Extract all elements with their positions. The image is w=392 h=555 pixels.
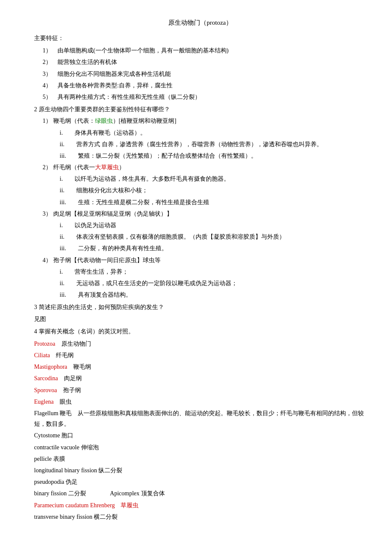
vocab-cytostome: Cytostome 胞口 [34,430,366,441]
main-features-label: 主要特征： [34,33,366,43]
vocab-paramecium: Paramecium caudatum Ehrenberg 草履虫 [34,500,366,511]
group1-item-ii: ii. 营养方式 自养，渗透营养（腐生性营养），吞噬营养（动物性营养），渗透和吞… [60,139,366,150]
group2-item-ii: ii. 细胞核分化出大核和小核； [60,185,366,196]
vocab-sarcodina: Sarcodina 肉足纲 [34,373,366,384]
group1-item-iii: iii. 繁殖：纵二分裂（无性繁殖）；配子结合或整体结合（有性繁殖）。 [60,150,366,161]
group4-item-iii: iii. 具有顶复合器结构。 [60,289,366,300]
feature-1: 1） 由单细胞构成(一个生物体即一个细胞，具有一般细胞的基本结构) [43,45,366,56]
group3-item-ii: ii. 体表没有坚韧表膜，仅有极薄的细胞质膜。（内质【凝胶质和溶胶质】与外质） [60,231,366,242]
q2-label: 2 原生动物四个重要类群的主要鉴别性特征有哪些？ [34,104,366,115]
group3-item-iii: iii. 二分裂，有的种类具有有性生殖。 [60,243,366,254]
group1-item-i: i. 身体具有鞭毛（运动器）。 [60,127,366,138]
feature-5: 5） 具有两种生殖方式：有性生殖和无性生殖（纵二分裂） [43,92,366,102]
vocab-flagellum: Flagellum 鞭毛 从一些原核细胞和真核细胞表面伸出的、能运动的突起。鞭毛… [34,408,366,429]
vocab-longitudinal-binary-fission: longitudinal binary fission 纵二分裂 [34,465,366,476]
group3-item-i: i. 以伪足为运动器 [60,220,366,231]
vocab-euglena: Euglena 眼虫 [34,396,366,407]
vocab-pseudopodia: pseudopodia 伪足 [34,477,366,487]
feature-4: 4） 具备生物各种营养类型:自养，异样，腐生性 [43,80,366,91]
vocab-pellicle: pellicle 表膜 [34,454,366,464]
vocab-transverse-binary-fission: transverse binary fission 横二分裂 [34,512,366,522]
vocab-protozoa: Protozoa 原生动物门 [34,338,366,349]
group2-item-i: i. 以纤毛为运动器，终生具有。大多数纤毛具有摄食的胞器。 [60,173,366,184]
group4-item-i: i. 营寄生生活，异养； [60,266,366,277]
title-text: 原生动物门（protoza） [168,19,232,26]
group1-header: 1） 鞭毛纲（代表：绿眼虫）[植鞭亚纲和动鞭亚纲] [43,116,366,126]
vocab-sporovoa: Sporovoa 孢子纲 [34,385,366,396]
feature-2: 2） 能营独立生活的有机体 [43,57,366,67]
vocab-binary-fission: binary fission 二分裂 Apicomplex 顶复合体 [34,488,366,499]
q3-answer: 见图 [34,314,366,324]
group3-header: 3） 肉足纲【根足亚纲和辐足亚纲（伪足轴状）】 [43,208,366,219]
vocab-mastigophora: Mastigophora 鞭毛纲 [34,361,366,372]
vocab-section: Protozoa 原生动物门 Ciliata 纤毛纲 Mastigophora … [34,338,366,522]
vocab-ciliata: Ciliata 纤毛纲 [34,350,366,361]
group2-item-iii: iii. 生殖：无性生殖是横二分裂，有性生殖是接合生殖 [60,197,366,208]
vocab-contractile-vacuole: contractile vacuole 伸缩泡 [34,442,366,453]
page-title: 原生动物门（protoza） [34,17,366,29]
group2-header: 2） 纤毛纲（代表一大草履虫） [43,162,366,173]
q4-label: 4 掌握有关概念（名词）的英汉对照。 [34,326,366,337]
group4-header: 4） 孢子纲【代表动物一间日疟原虫】球虫等 [43,255,366,266]
group4-item-ii: ii. 无运动器，或只在生活史的一定阶段以鞭毛或伪足为运动器； [60,278,366,289]
q3-label: 3 简述疟原虫的生活史，如何预防疟疾病的发生？ [34,302,366,312]
feature-3: 3） 细胞分化出不同细胞器来完成各种生活机能 [43,69,366,79]
